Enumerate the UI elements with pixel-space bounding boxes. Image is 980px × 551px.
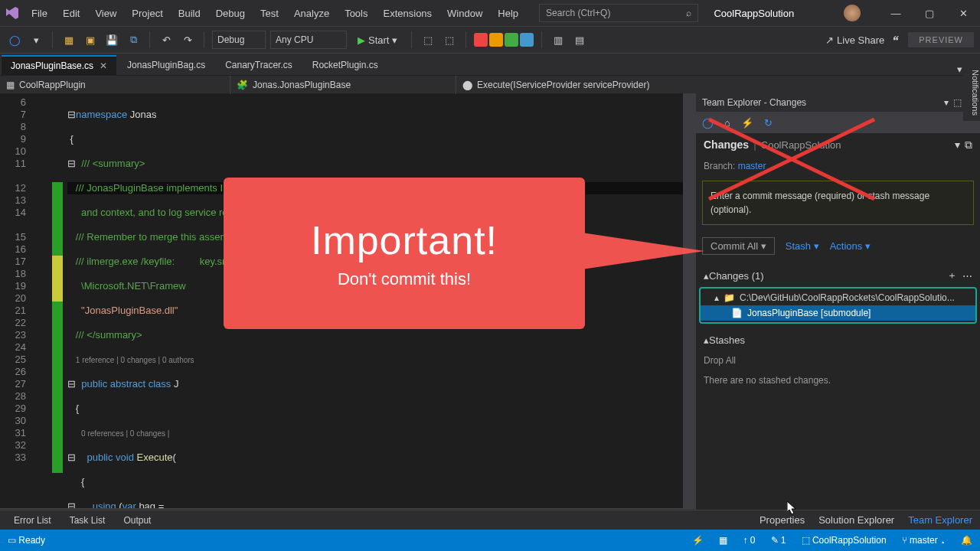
pending-changes[interactable]: ✎ 1 — [771, 535, 786, 546]
nav-back-icon[interactable]: ◯ — [6, 31, 23, 48]
branch-row: Branch: master — [696, 156, 980, 176]
ext-icon-2[interactable] — [489, 33, 503, 47]
box2-icon[interactable]: ▤ — [571, 31, 588, 48]
refresh-icon[interactable]: ↻ — [764, 117, 773, 129]
avatar[interactable] — [844, 5, 861, 21]
toolbar: ◯ ▾ ▦ ▣ 💾 ⧉ ↶ ↷ Debug Any CPU ▶Start ▾ ⬚… — [0, 26, 980, 54]
title-bar: FileEditViewProjectBuildDebugTestAnalyze… — [0, 0, 980, 26]
source-control-icon[interactable]: ▦ — [719, 535, 727, 546]
solution-explorer-tab[interactable]: Solution Explorer — [818, 514, 894, 526]
ext-icon-3[interactable] — [505, 33, 518, 47]
status-bar: ▭ Ready ⚡ ▦ ↑ 0 ✎ 1 ⬚ CoolRappSolution ⑂… — [0, 530, 980, 551]
close-tab-icon[interactable]: ✕ — [100, 60, 107, 71]
navigation-bar: ▦ CoolRappPlugin 🧩 Jonas.JonasPluginBase… — [0, 75, 980, 93]
close-button[interactable]: ✕ — [946, 0, 980, 26]
bottom-panel-tabs: Error ListTask ListOutput Properties Sol… — [0, 510, 980, 530]
branch-link[interactable]: master — [738, 161, 766, 171]
stash-link[interactable]: Stash ▾ — [786, 240, 819, 252]
properties-tab[interactable]: Properties — [760, 514, 805, 526]
new-file-icon[interactable]: ▦ — [60, 31, 77, 48]
status-branch[interactable]: ⑂ master ▴ — [902, 535, 946, 546]
connect-icon[interactable]: ⚡ — [741, 117, 753, 129]
actions-link[interactable]: Actions ▾ — [830, 240, 871, 252]
menu-help[interactable]: Help — [491, 3, 525, 24]
home-icon[interactable]: ⌂ — [724, 117, 730, 129]
commit-msg-input[interactable]: Enter a commit message (required) or sta… — [702, 181, 974, 225]
preview-button[interactable]: PREVIEW — [908, 32, 974, 47]
chevron-down-icon[interactable]: ▾ — [955, 139, 960, 152]
tab-file[interactable]: JonasPluginBag.cs — [118, 55, 214, 75]
team-explorer-panel: Team Explorer - Changes ▾⬚✕ ◯ ⌂ ⚡ ↻ Chan… — [695, 93, 980, 525]
drop-all-link[interactable]: Drop All — [696, 350, 980, 370]
changes-tree: ▴ 📁 C:\Dev\GitHub\CoolRappRockets\CoolRa… — [699, 287, 977, 324]
dropdown-icon[interactable]: ▾ — [944, 97, 949, 108]
more-icon[interactable]: ⋯ — [962, 270, 972, 282]
search-icon: ⌕ — [686, 8, 691, 18]
menu-test[interactable]: Test — [253, 3, 286, 24]
popout-icon[interactable]: ⧉ — [965, 139, 972, 152]
te-toolbar: ◯ ⌂ ⚡ ↻ — [696, 112, 980, 133]
step-icon[interactable]: ⬚ — [420, 31, 436, 48]
menu-window[interactable]: Window — [440, 3, 489, 24]
config-dropdown[interactable]: Debug — [212, 31, 266, 49]
bottom-tabs-left: Error ListTask ListOutput — [0, 512, 160, 529]
ext-icon-4[interactable] — [520, 33, 534, 47]
menu-debug[interactable]: Debug — [209, 3, 252, 24]
callout-annotation: Important! Don't commit this! — [224, 178, 585, 329]
platform-dropdown[interactable]: Any CPU — [270, 31, 347, 49]
menu-edit[interactable]: Edit — [56, 3, 87, 24]
tree-item-submodule[interactable]: 📄 JonasPluginBase [submodule] — [701, 305, 975, 321]
step2-icon[interactable]: ⬚ — [441, 31, 458, 48]
pin-icon[interactable]: ⬚ — [953, 97, 962, 108]
save-icon[interactable]: 💾 — [103, 31, 120, 48]
tab-file[interactable]: JonasPluginBase.cs✕ — [2, 55, 116, 75]
panel-tab[interactable]: Error List — [5, 512, 60, 529]
ext-icon-1[interactable] — [474, 33, 488, 47]
team-explorer-tab[interactable]: Team Explorer — [908, 514, 972, 526]
box-icon[interactable]: ▥ — [550, 31, 567, 48]
scope-dropdown[interactable]: ▦ CoolRappPlugin — [0, 76, 230, 94]
live-share-button[interactable]: ↗ Live Share — [825, 34, 884, 46]
nav-fwd-icon[interactable]: ▾ — [28, 31, 44, 48]
solution-name: CoolRappSolution — [714, 8, 844, 19]
tree-root[interactable]: ▴ 📁 C:\Dev\GitHub\CoolRappRockets\CoolRa… — [701, 290, 975, 305]
search-input[interactable]: Search (Ctrl+Q) ⌕ — [539, 4, 698, 22]
menu-analyze[interactable]: Analyze — [287, 3, 336, 24]
publish-status[interactable]: ↑ 0 — [743, 535, 755, 546]
back-icon[interactable]: ◯ — [702, 117, 714, 129]
bell-icon[interactable]: 🔔 — [961, 535, 972, 546]
document-tabs: JonasPluginBase.cs✕JonasPluginBag.csCana… — [0, 54, 980, 75]
member-dropdown[interactable]: ⬤ Execute(IServiceProvider serviceProvid… — [456, 76, 695, 94]
undo-icon[interactable]: ↶ — [158, 31, 175, 48]
commit-button[interactable]: Commit All ▾ — [702, 237, 775, 255]
feedback-icon[interactable]: 🙶 — [893, 34, 899, 46]
stashes-section[interactable]: ▴ Stashes — [696, 330, 980, 350]
menu-view[interactable]: View — [88, 3, 123, 24]
menu-file[interactable]: File — [24, 3, 54, 24]
minimize-button[interactable]: — — [879, 0, 913, 26]
maximize-button[interactable]: ▢ — [913, 0, 946, 26]
panel-title: Team Explorer - Changes ▾⬚✕ — [696, 93, 980, 112]
type-dropdown[interactable]: 🧩 Jonas.JonasPluginBase — [230, 76, 456, 94]
panel-tab[interactable]: Output — [114, 512, 160, 529]
menu-extensions[interactable]: Extensions — [377, 3, 439, 24]
menu-project[interactable]: Project — [125, 3, 169, 24]
status-solution[interactable]: ⬚ CoolRappSolution — [802, 535, 887, 546]
main-menu: FileEditViewProjectBuildDebugTestAnalyze… — [24, 3, 525, 24]
plus-icon[interactable]: ＋ — [947, 269, 957, 282]
notifications-tab[interactable]: Notifications — [963, 60, 980, 121]
menu-tools[interactable]: Tools — [338, 3, 374, 24]
panel-tab[interactable]: Task List — [60, 512, 115, 529]
line-gutter: 6789101112131415161718192021222324252627… — [0, 93, 37, 508]
changes-section[interactable]: ▴ Changes (1)＋ ⋯ — [696, 264, 980, 287]
tab-file[interactable]: RocketPlugin.cs — [303, 55, 387, 75]
open-icon[interactable]: ▣ — [82, 31, 99, 48]
menu-build[interactable]: Build — [172, 3, 207, 24]
scrollbar[interactable] — [683, 93, 695, 508]
redo-icon[interactable]: ↷ — [179, 31, 196, 48]
tab-file[interactable]: CanaryTracer.cs — [216, 55, 302, 75]
lightning-icon[interactable]: ⚡ — [692, 535, 704, 546]
start-button[interactable]: ▶Start ▾ — [351, 31, 403, 49]
save-all-icon[interactable]: ⧉ — [125, 31, 142, 48]
te-header: Changes|CoolRappSolution ▾⧉ — [696, 133, 980, 156]
